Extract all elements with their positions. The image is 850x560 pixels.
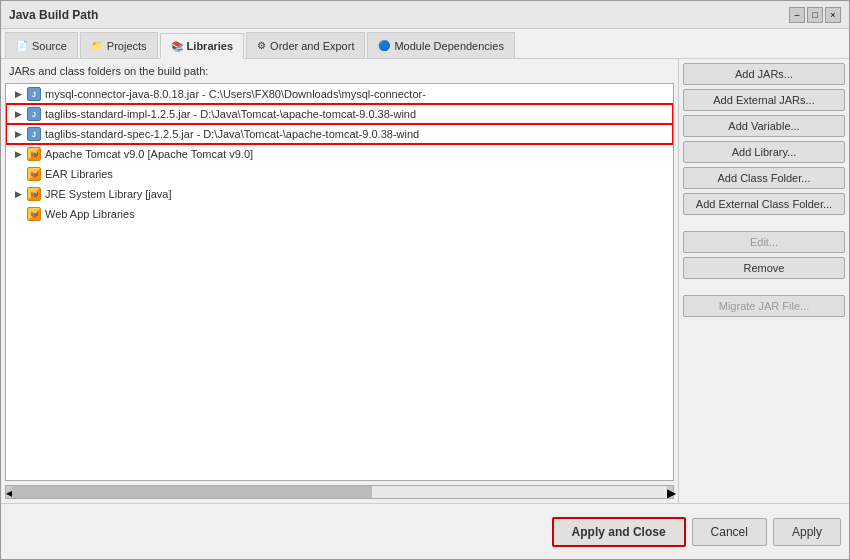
migrate-jar-button[interactable]: Migrate JAR File... <box>683 295 845 317</box>
tab-source[interactable]: 📄 Source <box>5 32 78 58</box>
lib-icon-ear-libraries: 📦 <box>26 166 42 182</box>
scroll-thumb[interactable] <box>12 486 372 498</box>
tree-item-mysql[interactable]: ▶ J mysql-connector-java-8.0.18.jar - C:… <box>6 84 673 104</box>
tree-item-taglibs-impl[interactable]: ▶ J taglibs-standard-impl-1.2.5.jar - D:… <box>6 104 673 124</box>
horizontal-scrollbar[interactable]: ◀ ▶ <box>5 485 674 499</box>
tab-source-label: Source <box>32 40 67 52</box>
add-library-button[interactable]: Add Library... <box>683 141 845 163</box>
tabs-bar: 📄 Source 📁 Projects 📚 Libraries ⚙ Order … <box>1 29 849 59</box>
expander-taglibs-impl[interactable]: ▶ <box>10 106 26 122</box>
window-controls: – □ × <box>789 7 841 23</box>
tree-item-ear-libraries[interactable]: ▶ 📦 EAR Libraries <box>6 164 673 184</box>
tab-libraries[interactable]: 📚 Libraries <box>160 33 244 59</box>
edit-button[interactable]: Edit... <box>683 231 845 253</box>
minimize-button[interactable]: – <box>789 7 805 23</box>
main-panel: JARs and class folders on the build path… <box>1 59 679 503</box>
jar-icon-taglibs-impl: J <box>26 106 42 122</box>
restore-button[interactable]: □ <box>807 7 823 23</box>
add-external-class-folder-button[interactable]: Add External Class Folder... <box>683 193 845 215</box>
mysql-text: mysql-connector-java-8.0.18.jar - C:\Use… <box>45 88 426 100</box>
source-icon: 📄 <box>16 40 28 51</box>
ear-libraries-text: EAR Libraries <box>45 168 113 180</box>
order-export-icon: ⚙ <box>257 40 266 51</box>
apply-and-close-button[interactable]: Apply and Close <box>552 517 686 547</box>
module-deps-icon: 🔵 <box>378 40 390 51</box>
web-app-text: Web App Libraries <box>45 208 135 220</box>
tab-projects[interactable]: 📁 Projects <box>80 32 158 58</box>
java-build-path-window: Java Build Path – □ × 📄 Source 📁 Project… <box>0 0 850 560</box>
scroll-track[interactable] <box>12 486 667 498</box>
bottom-bar: Apply and Close Cancel Apply <box>1 503 849 559</box>
projects-icon: 📁 <box>91 40 103 51</box>
tab-order-export-label: Order and Export <box>270 40 354 52</box>
panel-label: JARs and class folders on the build path… <box>1 59 678 83</box>
cancel-button[interactable]: Cancel <box>692 518 767 546</box>
apache-tomcat-text: Apache Tomcat v9.0 [Apache Tomcat v9.0] <box>45 148 253 160</box>
add-class-folder-button[interactable]: Add Class Folder... <box>683 167 845 189</box>
lib-icon-jre-system: 📦 <box>26 186 42 202</box>
close-button[interactable]: × <box>825 7 841 23</box>
tree-item-taglibs-spec[interactable]: ▶ J taglibs-standard-spec-1.2.5.jar - D:… <box>6 124 673 144</box>
add-variable-button[interactable]: Add Variable... <box>683 115 845 137</box>
tab-module-deps-label: Module Dependencies <box>394 40 503 52</box>
tree-item-jre-system[interactable]: ▶ 📦 JRE System Library [java] <box>6 184 673 204</box>
expander-mysql[interactable]: ▶ <box>10 86 26 102</box>
tree-area[interactable]: ▶ J mysql-connector-java-8.0.18.jar - C:… <box>5 83 674 481</box>
add-jars-button[interactable]: Add JARs... <box>683 63 845 85</box>
tab-order-export[interactable]: ⚙ Order and Export <box>246 32 365 58</box>
taglibs-spec-text: taglibs-standard-spec-1.2.5.jar - D:\Jav… <box>45 128 419 140</box>
spacer2 <box>683 283 845 291</box>
tree-container: ▶ J mysql-connector-java-8.0.18.jar - C:… <box>6 84 673 224</box>
tree-item-web-app[interactable]: ▶ 📦 Web App Libraries <box>6 204 673 224</box>
apply-button[interactable]: Apply <box>773 518 841 546</box>
window-title: Java Build Path <box>9 8 98 22</box>
tab-module-deps[interactable]: 🔵 Module Dependencies <box>367 32 514 58</box>
lib-icon-apache-tomcat: 📦 <box>26 146 42 162</box>
remove-button[interactable]: Remove <box>683 257 845 279</box>
side-panel: Add JARs... Add External JARs... Add Var… <box>679 59 849 503</box>
expander-jre-system[interactable]: ▶ <box>10 186 26 202</box>
tree-item-apache-tomcat[interactable]: ▶ 📦 Apache Tomcat v9.0 [Apache Tomcat v9… <box>6 144 673 164</box>
tab-libraries-label: Libraries <box>187 40 233 52</box>
jar-icon-taglibs-spec: J <box>26 126 42 142</box>
title-bar: Java Build Path – □ × <box>1 1 849 29</box>
tab-projects-label: Projects <box>107 40 147 52</box>
jar-icon-mysql: J <box>26 86 42 102</box>
expander-apache-tomcat[interactable]: ▶ <box>10 146 26 162</box>
lib-icon-web-app: 📦 <box>26 206 42 222</box>
content-area: JARs and class folders on the build path… <box>1 59 849 503</box>
spacer1 <box>683 219 845 227</box>
libraries-icon: 📚 <box>171 41 183 52</box>
scroll-right-arrow[interactable]: ▶ <box>667 486 673 498</box>
add-external-jars-button[interactable]: Add External JARs... <box>683 89 845 111</box>
expander-taglibs-spec[interactable]: ▶ <box>10 126 26 142</box>
taglibs-impl-text: taglibs-standard-impl-1.2.5.jar - D:\Jav… <box>45 108 416 120</box>
jre-system-text: JRE System Library [java] <box>45 188 172 200</box>
